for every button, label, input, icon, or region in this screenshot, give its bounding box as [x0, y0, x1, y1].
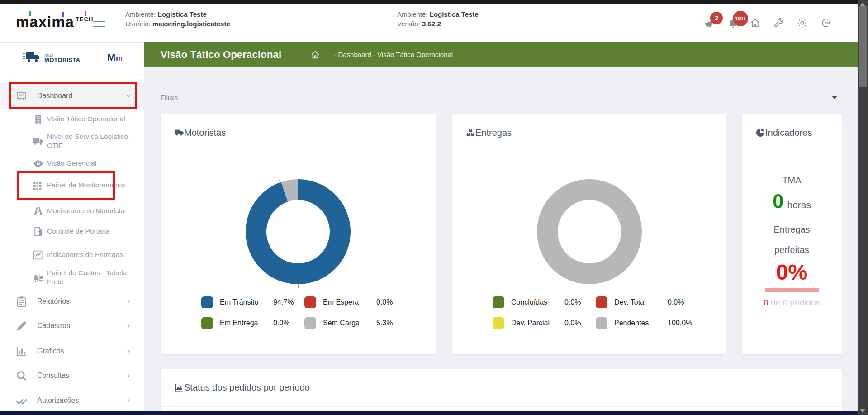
sidebar-item-label: Relatórios — [37, 297, 70, 305]
sidebar-item-label: Nível de Servico Logístico - OTIF — [47, 132, 138, 150]
sidebar-item-dashboard[interactable]: Dashboard — [0, 83, 144, 109]
sidebar-item-label: Painel de Custos - Tabela Frete — [47, 268, 138, 286]
motoristas-donut-chart — [246, 179, 351, 284]
home-icon[interactable] — [749, 17, 761, 29]
bottom-navy-bar — [0, 411, 858, 415]
sidebar-item-autorizacoes[interactable]: Autorizações — [0, 393, 144, 408]
gear-icon[interactable] — [797, 17, 808, 29]
breadcrumb-home-icon[interactable] — [310, 50, 320, 60]
entregas-card-header: Entregas — [452, 114, 726, 151]
filiais-select-label[interactable]: Filiais — [161, 94, 178, 101]
orders-summary: 0 de 0 pedidos — [742, 298, 842, 308]
legend-swatch-blue — [201, 296, 213, 308]
sidebar-item-monitoramento-motorista[interactable]: Monitoramento Motorista — [0, 198, 144, 224]
sidebar-item-relatorios[interactable]: Relatórios — [0, 294, 144, 309]
tma-label: TMA — [742, 175, 842, 186]
ambiente-value: Logística Teste — [158, 10, 207, 18]
sidebar-item-graficos[interactable]: Gráficos — [0, 343, 144, 359]
notifications-badge[interactable]: 100+ — [733, 11, 748, 26]
status-card-header: Status dos pedidos por período — [161, 369, 842, 407]
legend-item: Concluídas0.0% — [493, 296, 596, 309]
chevron-right-icon — [125, 372, 132, 379]
indicadores-card: Indicadores TMA 0 horas Entregas perfeit… — [742, 114, 842, 354]
sidebar-toggle-icon[interactable] — [93, 20, 105, 28]
sidebar-item-label: Consultas — [37, 372, 69, 380]
sidebar-item-label: Controle de Portaria — [47, 227, 138, 236]
truck-icon — [174, 128, 184, 138]
road-icon — [33, 205, 44, 217]
legend-item: Em Espera0.0% — [304, 296, 412, 309]
sidebar-item-nivel-servico-otif[interactable]: Nível de Servico Logístico - OTIF — [0, 128, 144, 154]
sidebar-item-indicadores-entregas[interactable]: Indicadores de Entregas — [0, 247, 144, 262]
sidebar-item-consultas[interactable]: Consultas — [0, 368, 144, 383]
chevron-right-icon — [125, 348, 132, 355]
tma-unit: horas — [787, 200, 811, 210]
page-scrollbar[interactable] — [858, 0, 868, 415]
scrollbar-thumb[interactable] — [859, 6, 867, 87]
legend-item: Pendentes100.0% — [596, 316, 703, 330]
chevron-right-icon — [125, 322, 132, 329]
pencil-icon — [15, 320, 28, 332]
filiais-select-underline — [161, 105, 842, 105]
sidebar-item-painel-custos[interactable]: Painel de Custos - Tabela Frete — [0, 264, 144, 291]
sidebar-item-label: Autorizações — [37, 396, 79, 405]
sidebar-item-visao-gerencial[interactable]: Visão Gerencial — [0, 156, 144, 171]
entregas-card-title: Entregas — [475, 128, 512, 138]
sidebar-item-label: Visão Tático Operacional — [47, 114, 138, 124]
tma-value: 0 — [773, 190, 783, 213]
environment-version-info: Ambiente: Logística Teste Versão: 3.62.2 — [397, 10, 479, 29]
legend-item: Sem Carga5.3% — [304, 316, 412, 330]
logout-icon[interactable] — [821, 17, 832, 29]
legend-swatch-yellow — [493, 317, 504, 329]
wrench-icon[interactable] — [773, 17, 784, 29]
announcements-badge[interactable]: 2 — [710, 12, 723, 24]
sidebar-item-cadastros[interactable]: Cadastros — [0, 318, 144, 334]
entregas-donut-chart — [537, 179, 642, 284]
usuario-value: maxstring.logisticateste — [152, 20, 230, 28]
sidebar-item-visao-tatico-operacional[interactable]: Visão Tático Operacional — [0, 111, 144, 127]
motoristas-card: Motoristas Em Trânsito94.7% Em Espera0.0… — [161, 114, 436, 354]
scrollbar-down-arrow[interactable] — [860, 409, 865, 413]
usuario-label: Usuário: — [125, 20, 151, 28]
entregas-legend: Concluídas0.0% Dev. Total0.0% Dev. Parci… — [493, 296, 710, 330]
motoristas-legend: Em Trânsito94.7% Em Espera0.0% Em Entreg… — [201, 296, 418, 330]
mini-m-logo: M — [107, 52, 122, 63]
grid-icon — [33, 180, 44, 191]
motoristas-card-title: Motoristas — [184, 128, 226, 138]
building-icon — [33, 114, 44, 125]
percent-underline-bar — [765, 288, 819, 292]
maxima-tech-logo: maximaTECH — [16, 14, 93, 31]
legend-swatch-gray — [304, 317, 316, 329]
filiais-dropdown-caret[interactable] — [832, 96, 837, 99]
brand-big-text: MOTORISTA — [44, 57, 81, 62]
scrollbar-up-arrow[interactable] — [860, 2, 865, 6]
line-chart-icon — [33, 249, 44, 261]
boxes-icon — [465, 128, 475, 138]
pie-chart-icon — [755, 128, 765, 138]
motoristas-card-header: Motoristas — [161, 114, 436, 151]
logo-suffix-text: TECH — [76, 16, 93, 23]
top-black-bar — [0, 0, 858, 4]
legend-swatch-gray — [596, 317, 607, 329]
legend-item: Dev. Total0.0% — [596, 296, 703, 309]
max-motorista-logo: max MOTORISTA — [23, 51, 81, 64]
title-separator — [295, 47, 295, 63]
status-card-title: Status dos pedidos por período — [184, 382, 310, 393]
sidebar-item-label: Cadastros — [37, 322, 70, 330]
page-title-bar: Visão Tático Operacional - Dashboard - V… — [144, 42, 858, 67]
ambiente-value-2: Logística Teste — [430, 10, 479, 18]
sidebar-item-controle-portaria[interactable]: Controle de Portaria — [0, 224, 144, 239]
sidebar-item-label: Painel de Monitoramento — [47, 181, 138, 190]
clipboard-icon — [15, 296, 28, 308]
chevron-down-icon — [125, 92, 132, 100]
entregas-perfeitas-line2: perfeitas — [742, 245, 842, 255]
indicadores-body: TMA 0 horas Entregas perfeitas 0% 0 de 0… — [742, 152, 842, 308]
ambiente-label-2: Ambiente: — [397, 10, 428, 18]
entregas-card: Entregas Concluídas0.0% Dev. Total0.0% D… — [452, 114, 726, 354]
indicadores-card-title: Indicadores — [765, 128, 812, 138]
page-title: Visão Tático Operacional — [161, 49, 281, 61]
chevron-right-icon — [125, 397, 132, 404]
sidebar-item-label: Indicadores de Entregas — [47, 250, 138, 259]
legend-item: Em Trânsito94.7% — [201, 296, 304, 309]
sidebar-item-painel-monitoramento[interactable]: Painel de Monitoramento — [0, 172, 144, 198]
